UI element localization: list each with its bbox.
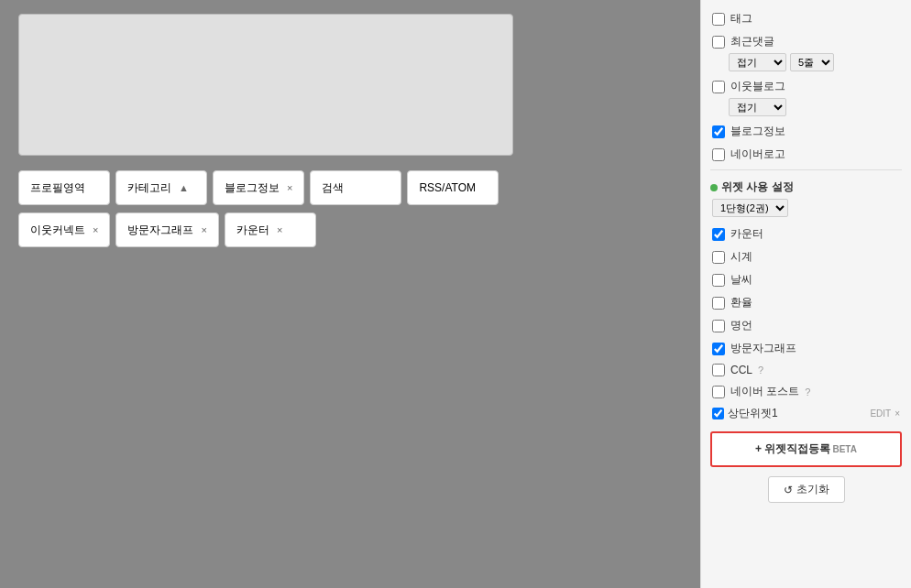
quote-label[interactable]: 명언 (730, 318, 752, 333)
close-icon[interactable]: × (277, 224, 282, 235)
reset-button[interactable]: ↺ 초기화 (768, 476, 845, 503)
visitgraph-label[interactable]: 방문자그래프 (730, 341, 796, 356)
reset-label: 초기화 (796, 482, 829, 497)
recentcomment-select2[interactable]: 5줄 3줄 7줄 (790, 53, 834, 71)
canvas-area (18, 14, 513, 156)
widget-tag-bloginfo[interactable]: 블로그정보 × (213, 170, 304, 205)
widget-tag-counter[interactable]: 카운터 × (225, 212, 316, 247)
sidebar-item-clock: 시계 (710, 245, 902, 268)
sidebar-item-naverlogo: 네이버로고 (710, 143, 902, 166)
widget-tag-label: 검색 (322, 180, 344, 196)
weather-label[interactable]: 날씨 (730, 272, 752, 288)
sidebar-item-visitgraph: 방문자그래프 (710, 337, 902, 360)
widget-tags-row2: 이웃커넥트 × 방문자그래프 × 카운터 × (18, 212, 691, 247)
widget-tags-row1: 프로필영역 카테고리 ▲ 블로그정보 × 검색 RSS/ATOM (18, 170, 691, 205)
ccl-label[interactable]: CCL (730, 364, 752, 376)
widget-tag-label: 카운터 (236, 223, 269, 238)
exchange-label[interactable]: 환율 (730, 295, 752, 310)
add-widget-label: + 위젯직접등록 (755, 442, 830, 455)
chevron-up-icon[interactable]: ▲ (179, 182, 189, 193)
recentcomment-select-row: 접기 펼치기 5줄 3줄 7줄 (729, 53, 902, 71)
quote-checkbox[interactable] (712, 320, 725, 332)
ccl-question-icon: ? (758, 365, 763, 376)
widget-tag-neighbor[interactable]: 이웃커넥트 × (18, 212, 110, 247)
close-icon[interactable]: × (201, 224, 206, 235)
neighbor-select[interactable]: 접기 펼치기 (729, 98, 786, 116)
green-dot-icon (710, 184, 718, 191)
close-icon[interactable]: × (287, 182, 292, 193)
exchange-checkbox[interactable] (712, 297, 725, 310)
sidebar-item-neighbor: 이웃블로그 (710, 75, 902, 98)
widget-section-title: 위젯 사용 설정 (710, 174, 902, 199)
ccl-checkbox[interactable] (712, 364, 725, 376)
naverlogo-label[interactable]: 네이버로고 (730, 147, 785, 162)
widget-tag-profile[interactable]: 프로필영역 (18, 170, 110, 205)
widget-section-label: 위젯 사용 설정 (721, 180, 794, 195)
sidebar-item-counter: 카운터 (710, 223, 902, 245)
sidebar-item-bloginfo: 블로그정보 (710, 120, 902, 143)
recentcomment-checkbox[interactable] (712, 36, 725, 49)
naverpost-label[interactable]: 네이버 포스트 (730, 384, 799, 399)
add-widget-button[interactable]: + 위젯직접등록BETA (710, 431, 902, 467)
sidebar-item-topwidget1: 상단위젯1 EDIT × (710, 403, 902, 424)
counter-checkbox[interactable] (712, 228, 725, 241)
sidebar-item-naverpost: 네이버 포스트 ? (710, 380, 902, 403)
topwidget1-label[interactable]: 상단위젯1 (728, 406, 778, 421)
reset-icon: ↺ (784, 484, 793, 496)
main-area: 프로필영역 카테고리 ▲ 블로그정보 × 검색 RSS/ATOM 이웃커넥트 ×… (0, 0, 700, 588)
close-icon[interactable]: × (93, 224, 98, 235)
tag-label[interactable]: 태그 (730, 11, 752, 27)
widget-column-select-row: 1단형(2권) 2단형 3단형 (712, 199, 902, 217)
recentcomment-label[interactable]: 최근댓글 (730, 34, 774, 49)
naverpost-checkbox[interactable] (712, 386, 725, 398)
widget-tag-rss[interactable]: RSS/ATOM (407, 170, 499, 205)
divider1 (710, 169, 902, 170)
topwidget1-edit-label: EDIT (870, 408, 891, 419)
widget-tag-label: 프로필영역 (30, 180, 85, 196)
widget-tag-label: 방문자그래프 (127, 223, 193, 238)
neighbor-select-row: 접기 펼치기 (729, 98, 902, 116)
counter-label[interactable]: 카운터 (730, 226, 763, 242)
neighbor-label[interactable]: 이웃블로그 (730, 79, 785, 94)
sidebar-item-tag: 태그 (710, 7, 902, 30)
widget-tag-label: 카테고리 (127, 180, 171, 196)
widget-tag-label: RSS/ATOM (419, 181, 476, 194)
widget-tag-label: 블로그정보 (225, 180, 280, 196)
widget-tag-search[interactable]: 검색 (310, 170, 401, 205)
bloginfo-checkbox[interactable] (712, 125, 725, 138)
sidebar-item-weather: 날씨 (710, 268, 902, 291)
sidebar-item-exchange: 환율 (710, 291, 902, 314)
sidebar-item-recentcomment: 최근댓글 (710, 30, 902, 53)
beta-label: BETA (832, 444, 856, 454)
widget-tag-visitgraph[interactable]: 방문자그래프 × (115, 212, 218, 247)
widget-tag-category[interactable]: 카테고리 ▲ (115, 170, 207, 205)
clock-checkbox[interactable] (712, 251, 725, 264)
topwidget1-checkbox[interactable] (712, 408, 724, 419)
sidebar: 태그 최근댓글 접기 펼치기 5줄 3줄 7줄 이웃블로그 접기 펼치기 블로그… (700, 0, 911, 588)
tag-checkbox[interactable] (712, 13, 725, 26)
sidebar-item-ccl: CCL ? (710, 360, 902, 380)
clock-label[interactable]: 시계 (730, 249, 752, 265)
neighbor-checkbox[interactable] (712, 81, 725, 93)
sidebar-item-quote: 명언 (710, 314, 902, 337)
naverpost-question-icon: ? (805, 387, 810, 397)
weather-checkbox[interactable] (712, 274, 725, 287)
topwidget1-close-icon[interactable]: × (895, 408, 900, 419)
recentcomment-select1[interactable]: 접기 펼치기 (729, 53, 786, 71)
naverlogo-checkbox[interactable] (712, 148, 725, 161)
widget-tag-label: 이웃커넥트 (30, 223, 85, 238)
visitgraph-checkbox[interactable] (712, 343, 725, 355)
widget-column-select[interactable]: 1단형(2권) 2단형 3단형 (712, 199, 788, 217)
bloginfo-label[interactable]: 블로그정보 (730, 124, 785, 139)
